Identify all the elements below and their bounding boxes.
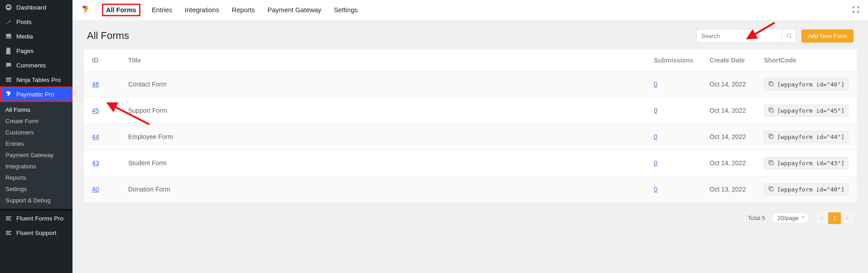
- page-header: All Forms Add New Form: [83, 29, 857, 43]
- tab-settings[interactable]: Settings: [334, 6, 357, 14]
- submenu-item-all-forms[interactable]: All Forms: [0, 104, 72, 115]
- ninja-icon: [5, 76, 13, 83]
- shortcode-chip[interactable]: [wppayform id="44"]: [764, 131, 849, 143]
- shortcode-text: [wppayform id="44"]: [777, 134, 844, 140]
- fluent-icon: [5, 215, 13, 222]
- form-title-cell: Student Form: [120, 150, 646, 176]
- submenu-item-settings[interactable]: Settings: [0, 183, 72, 195]
- paymattic-icon: [5, 91, 13, 98]
- shortcode-chip[interactable]: [wppayform id="40"]: [764, 183, 849, 196]
- sidebar-item-comments[interactable]: Comments: [0, 58, 72, 72]
- paymattic-submenu: All FormsCreate FormCustomersEntriesPaym…: [0, 101, 72, 209]
- add-new-form-button[interactable]: Add New Form: [801, 29, 854, 43]
- form-id-link[interactable]: 40: [92, 186, 99, 193]
- form-id-link[interactable]: 45: [92, 107, 99, 114]
- chevron-left-icon: [820, 216, 824, 220]
- form-id-link[interactable]: 44: [92, 133, 99, 140]
- sidebar-item-posts[interactable]: Posts: [0, 14, 72, 29]
- sidebar-item-label: Paymattic Pro: [16, 91, 54, 98]
- tab-integrations[interactable]: Integrations: [185, 6, 219, 14]
- chevron-right-icon: [845, 216, 849, 220]
- form-title-cell: Donation Form: [120, 176, 646, 202]
- create-date-cell: Oct 13, 2022: [701, 176, 756, 202]
- svg-rect-8: [770, 109, 773, 112]
- plugin-topbar: All FormsEntriesIntegrationsReportsPayme…: [72, 0, 868, 20]
- tab-reports[interactable]: Reports: [232, 6, 255, 14]
- submenu-item-customers[interactable]: Customers: [0, 127, 72, 138]
- pager: 1: [815, 212, 854, 224]
- shortcode-text: [wppayform id="46"]: [777, 81, 844, 88]
- submissions-link[interactable]: 0: [654, 81, 657, 88]
- table-footer: Total 5 20/page 1: [83, 210, 857, 227]
- col-submissions: Submissions: [646, 49, 701, 71]
- submissions-link[interactable]: 0: [654, 107, 657, 114]
- col-shortcode: ShortCode: [756, 49, 857, 71]
- search-wrap: [696, 29, 796, 43]
- table-row: 43Student Form0Oct 14, 2022[wppayform id…: [84, 150, 857, 176]
- shortcode-chip[interactable]: [wppayform id="46"]: [764, 78, 849, 91]
- search-icon: [786, 33, 792, 39]
- svg-rect-1: [6, 79, 11, 80]
- media-icon: [5, 33, 13, 40]
- submenu-item-support-debug[interactable]: Support & Debug: [0, 195, 72, 206]
- shortcode-text: [wppayform id="43"]: [777, 160, 844, 167]
- submenu-item-create-form[interactable]: Create Form: [0, 115, 72, 127]
- submenu-item-reports[interactable]: Reports: [0, 172, 72, 183]
- forms-table: IDTitleSubmissionsCreate DateShortCode 4…: [83, 49, 857, 203]
- pager-page-1[interactable]: 1: [828, 212, 841, 224]
- svg-rect-0: [6, 77, 11, 79]
- tab-payment-gateway[interactable]: Payment Gateway: [268, 6, 321, 14]
- shortcode-chip[interactable]: [wppayform id="43"]: [764, 157, 849, 169]
- svg-rect-11: [770, 187, 773, 191]
- sidebar-item-label: Posts: [16, 19, 32, 25]
- pager-next[interactable]: [841, 212, 854, 224]
- sidebar-item-label: Ninja Tables Pro: [16, 77, 61, 83]
- sidebar-item-label: Pages: [16, 48, 34, 54]
- paymattic-logo-icon: [81, 5, 91, 15]
- page-icon: [5, 47, 13, 54]
- form-id-link[interactable]: 46: [92, 81, 99, 88]
- sidebar-item-fluent-support[interactable]: Fluent Support: [0, 225, 72, 240]
- tab-all-forms[interactable]: All Forms: [103, 5, 139, 15]
- svg-point-5: [787, 34, 791, 37]
- table-row: 45Support Form0Oct 14, 2022[wppayform id…: [84, 97, 857, 124]
- page-title: All Forms: [87, 30, 129, 42]
- shortcode-text: [wppayform id="40"]: [777, 186, 844, 193]
- submenu-item-integrations[interactable]: Integrations: [0, 161, 72, 172]
- submenu-item-entries[interactable]: Entries: [0, 138, 72, 149]
- form-id-link[interactable]: 43: [92, 159, 99, 167]
- sidebar-item-label: Dashboard: [16, 4, 46, 11]
- create-date-cell: Oct 14, 2022: [701, 71, 756, 97]
- fullscreen-icon[interactable]: [852, 5, 860, 15]
- fluent-icon: [5, 229, 13, 236]
- pager-prev[interactable]: [815, 212, 828, 224]
- sidebar-item-media[interactable]: Media: [0, 29, 72, 43]
- sidebar-item-pages[interactable]: Pages: [0, 43, 72, 58]
- sidebar-item-ninja-tables-pro[interactable]: Ninja Tables Pro: [0, 72, 72, 87]
- sidebar-item-paymattic-pro[interactable]: Paymattic Pro: [0, 87, 72, 101]
- submissions-link[interactable]: 0: [654, 186, 657, 193]
- svg-line-6: [791, 37, 792, 38]
- submissions-link[interactable]: 0: [654, 159, 657, 167]
- sidebar-item-dashboard[interactable]: Dashboard: [0, 0, 72, 14]
- shortcode-chip[interactable]: [wppayform id="45"]: [764, 105, 849, 117]
- submenu-item-payment-gateway[interactable]: Payment Gateway: [0, 149, 72, 161]
- table-row: 40Donation Form0Oct 13, 2022[wppayform i…: [84, 176, 857, 202]
- submissions-link[interactable]: 0: [654, 133, 657, 140]
- sidebar-item-fluent-forms-pro[interactable]: Fluent Forms Pro: [0, 211, 72, 225]
- col-id: ID: [84, 49, 120, 71]
- copy-icon: [768, 107, 774, 113]
- tab-entries[interactable]: Entries: [152, 6, 172, 14]
- search-button[interactable]: [782, 29, 796, 42]
- create-date-cell: Oct 14, 2022: [701, 97, 756, 124]
- page-size-select[interactable]: 20/page: [772, 212, 809, 224]
- search-input[interactable]: [697, 33, 782, 39]
- create-date-cell: Oct 14, 2022: [701, 150, 756, 176]
- form-title-cell: Contact Form: [120, 71, 646, 97]
- svg-rect-10: [770, 161, 773, 164]
- table-row: 46Contact Form0Oct 14, 2022[wppayform id…: [84, 71, 857, 97]
- copy-icon: [768, 133, 774, 139]
- copy-icon: [768, 159, 774, 166]
- main-area: All FormsEntriesIntegrationsReportsPayme…: [72, 0, 868, 273]
- pin-icon: [5, 18, 13, 25]
